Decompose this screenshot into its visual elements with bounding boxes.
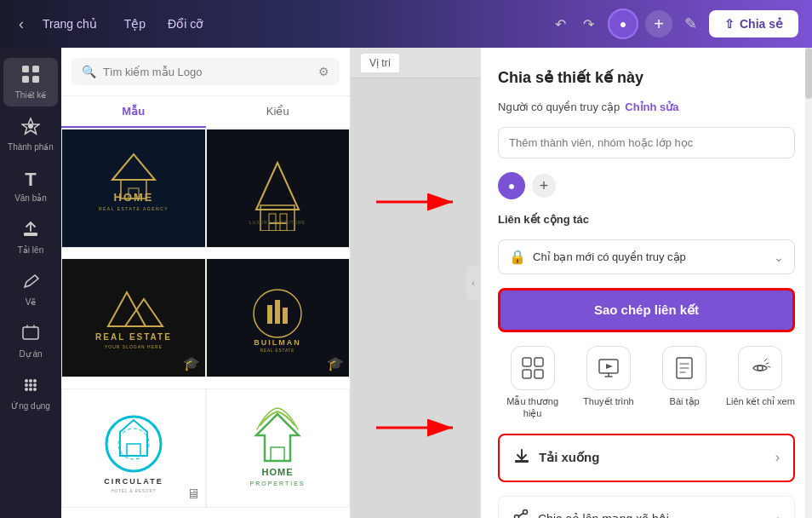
add-collaborator-button[interactable]: + [645, 10, 672, 37]
social-chevron-icon: › [776, 512, 781, 518]
svg-rect-2 [22, 76, 29, 83]
logo-card-circulate[interactable]: CIRCULATE HOTEL & RESORT 🖥 [61, 388, 206, 508]
download-chevron-icon: › [775, 450, 780, 465]
search-input[interactable] [103, 66, 312, 78]
copy-link-button[interactable]: Sao chép liên kết [498, 288, 795, 332]
add-member-button[interactable]: + [532, 174, 556, 198]
lock-icon: 🔒 [509, 249, 526, 265]
resize-menu-item[interactable]: Đổi cỡ [157, 12, 214, 36]
canvas-viewport [351, 78, 480, 518]
share-member-input[interactable] [509, 136, 784, 149]
svg-text:PROPERTIES: PROPERTIES [250, 481, 306, 486]
share-option-view-link[interactable]: Liên kết chỉ xem [726, 346, 795, 420]
svg-point-15 [33, 388, 37, 391]
svg-rect-5 [24, 233, 37, 236]
svg-point-59 [523, 509, 528, 514]
svg-marker-16 [112, 154, 155, 180]
share-button[interactable]: ⇧ Chia sẻ [709, 10, 798, 37]
logo-grid: HOME REAL ESTATE AGENCY LUXURY FURNITURE [61, 129, 350, 518]
access-label: Người có quyền truy cập [498, 101, 620, 113]
svg-rect-51 [535, 358, 543, 366]
svg-point-11 [29, 383, 32, 387]
collab-link-label: Liên kết cộng tác [498, 213, 795, 226]
topbar-right: ● + ✎ ⇧ Chia sẻ [608, 9, 798, 39]
sidebar-item-thanh-phan[interactable]: Thành phần [3, 110, 58, 158]
svg-text:HOME: HOME [262, 467, 294, 477]
svg-rect-6 [23, 327, 38, 339]
link-access-dropdown[interactable]: 🔒 Chỉ bạn mới có quyền truy cập ⌄ [498, 239, 795, 274]
search-box[interactable]: 🔍 ⚙ [71, 58, 340, 85]
sidebar-item-ve[interactable]: Vẽ [3, 265, 58, 314]
presentation-icon [586, 346, 631, 390]
sidebar-item-thiet-ke[interactable]: Thiết kế [3, 58, 58, 106]
svg-rect-44 [271, 447, 284, 461]
scrollbar-thumb[interactable] [805, 48, 812, 99]
redo-button[interactable]: ↷ [576, 11, 601, 37]
svg-point-4 [28, 124, 33, 129]
undo-button[interactable]: ↶ [548, 11, 573, 37]
avatar-button[interactable]: ● [608, 9, 638, 39]
download-label: Tải xuống [539, 450, 767, 465]
van-ban-label: Văn bản [14, 193, 47, 203]
social-share-button[interactable]: Chia sẻ lên mạng xã hội › [498, 496, 795, 518]
back-button[interactable]: ‹ [14, 12, 29, 37]
svg-rect-39 [127, 444, 140, 456]
canvas-tab[interactable]: Vị trí [361, 54, 399, 72]
logo-card-f-luxury[interactable]: LUXURY FURNITURE [206, 129, 351, 248]
tab-kieu[interactable]: Kiểu [206, 96, 351, 128]
panel-collapse-handle[interactable]: ‹ [466, 266, 480, 300]
svg-rect-32 [267, 305, 272, 324]
scrollbar-track [805, 48, 812, 518]
share-access-row: Người có quyền truy cập Chỉnh sửa [498, 101, 795, 113]
logo-card-builman[interactable]: BUILMAN REAL ESTATE 🎓 [206, 258, 351, 377]
svg-point-7 [25, 379, 28, 383]
collapse-icon: ‹ [472, 279, 474, 288]
svg-text:REAL ESTATE: REAL ESTATE [260, 348, 295, 353]
pro-badge-real-estate: 🎓 [183, 355, 200, 371]
svg-text:HOME: HOME [113, 191, 153, 204]
svg-text:REAL ESTATE: REAL ESTATE [95, 332, 172, 342]
logo-card-home[interactable]: HOME REAL ESTATE AGENCY [61, 129, 206, 248]
share-option-exercise[interactable]: Bài tập [650, 346, 719, 420]
svg-point-60 [515, 515, 519, 518]
ung-dung-label: Ứng dụng [11, 401, 50, 411]
share-input-row[interactable] [498, 127, 795, 158]
file-menu-item[interactable]: Tệp [114, 12, 156, 36]
ve-label: Vẽ [26, 297, 37, 307]
svg-marker-38 [120, 420, 147, 456]
tai-len-icon [21, 220, 40, 243]
logo-card-home-properties[interactable]: HOME PROPERTIES [206, 388, 351, 508]
topbar-menu: Tệp Đổi cỡ [114, 12, 214, 36]
view-link-label: Liên kết chỉ xem [726, 395, 795, 407]
sidebar-item-tai-len[interactable]: Tải lên [3, 213, 58, 262]
panel-tabs: Mẫu Kiểu [61, 96, 350, 129]
access-edit-link[interactable]: Chỉnh sửa [625, 101, 678, 113]
sidebar-item-ung-dung[interactable]: Ứng dụng [3, 369, 58, 417]
tab-mau[interactable]: Mẫu [61, 96, 206, 128]
logo-card-real-estate[interactable]: REAL ESTATE YOUR SLOGAN HERE 🎓 [61, 258, 206, 377]
sidebar-item-van-ban[interactable]: T Văn bản [3, 162, 58, 210]
tai-len-label: Tải lên [18, 245, 43, 255]
home-menu-item[interactable]: Trang chủ [32, 12, 107, 36]
share-option-brand[interactable]: Mẫu thương hiệu [498, 346, 567, 420]
svg-rect-33 [275, 300, 280, 324]
svg-text:CIRCULATE: CIRCULATE [104, 477, 163, 486]
share-avatar: ● [498, 172, 525, 199]
svg-marker-27 [108, 292, 146, 326]
svg-rect-53 [535, 370, 543, 378]
social-icon [512, 509, 529, 518]
svg-text:LUXURY FURNITURE: LUXURY FURNITURE [249, 220, 306, 225]
analytics-button[interactable]: ✎ [679, 9, 702, 38]
brand-label: Mẫu thương hiệu [498, 395, 567, 420]
share-title: Chia sẻ thiết kế này [498, 68, 795, 87]
canvas-area: Vị trí ‹ [351, 48, 480, 518]
sidebar-item-du-an[interactable]: Dự án [3, 317, 58, 365]
share-option-present[interactable]: Thuyết trình [574, 346, 643, 420]
filter-icon[interactable]: ⚙ [318, 65, 329, 78]
svg-marker-21 [256, 163, 299, 210]
share-label: Chia sẻ [740, 17, 783, 31]
svg-rect-34 [283, 308, 288, 324]
undo-redo-group: ↶ ↷ [548, 11, 601, 37]
brand-template-icon [511, 346, 555, 390]
download-button[interactable]: Tải xuống › [498, 434, 795, 482]
